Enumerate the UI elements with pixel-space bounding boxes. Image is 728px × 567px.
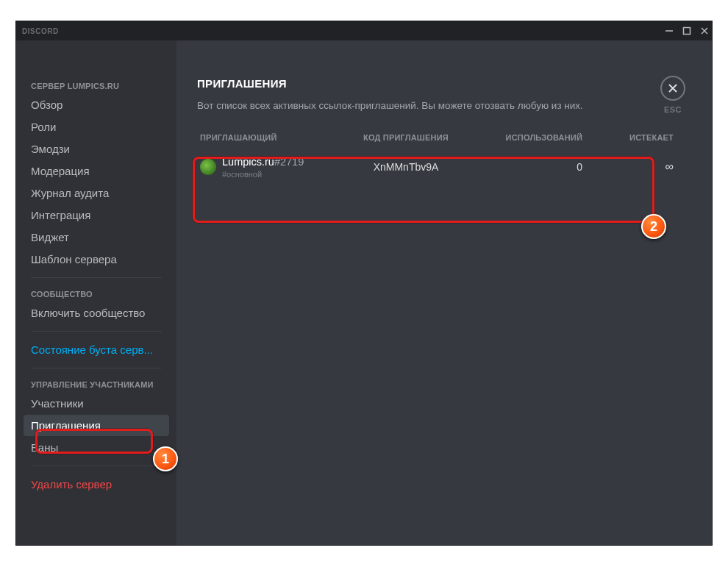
sidebar-item-enable-community[interactable]: Включить сообщество: [24, 302, 169, 324]
app-name: DISCORD: [22, 27, 59, 35]
sidebar-header-members: УПРАВЛЕНИЕ УЧАСТНИКАМИ: [24, 376, 169, 392]
sidebar-divider: [31, 331, 162, 332]
col-header-inviter: ПРИГЛАШАЮЩИЙ: [200, 133, 340, 142]
close-settings-button[interactable]: ESC: [660, 76, 685, 114]
sidebar-item-overview[interactable]: Обзор: [24, 94, 169, 115]
invite-row[interactable]: Lumpics.ru#2719 #основной XnMMnTbv9A 0 ∞: [197, 149, 682, 186]
window-buttons: [665, 21, 709, 40]
sidebar-item-audit-log[interactable]: Журнал аудита: [24, 182, 169, 204]
sidebar-item-integrations[interactable]: Интеграция: [24, 204, 169, 226]
svg-rect-1: [684, 28, 690, 35]
page-description: Вот список всех активных ссылок-приглаше…: [197, 100, 682, 111]
esc-label: ESC: [664, 105, 682, 114]
sidebar-divider: [31, 277, 162, 278]
invites-panel: ПРИГЛАШАЮЩИЙ КОД ПРИГЛАШЕНИЯ ИСПОЛЬЗОВАН…: [197, 129, 682, 186]
close-icon: [660, 76, 685, 101]
minimize-button[interactable]: [665, 26, 674, 35]
sidebar-item-delete-server[interactable]: Удалить сервер: [24, 474, 169, 495]
settings-sidebar: СЕРВЕР LUMPICS.RU Обзор Роли Эмодзи Моде…: [16, 40, 176, 545]
sidebar-item-boost-status[interactable]: Состояние буста серв...: [24, 339, 169, 360]
invite-code: XnMMnTbv9A: [340, 161, 472, 173]
sidebar-item-template[interactable]: Шаблон сервера: [24, 249, 169, 270]
invite-uses: 0: [472, 161, 582, 173]
settings-content: ESC ПРИГЛАШЕНИЯ Вот список всех активных…: [176, 40, 712, 545]
inviter-channel: #основной: [222, 170, 304, 179]
sidebar-divider: [31, 368, 162, 368]
invite-expires: ∞: [582, 160, 679, 174]
page-title: ПРИГЛАШЕНИЯ: [197, 77, 682, 90]
sidebar-item-invites[interactable]: Приглашения: [24, 415, 169, 436]
app-window: DISCORD СЕРВЕР LUMPICS.RU Обзор Роли Эмо…: [15, 21, 713, 546]
sidebar-header-community: СООБЩЕСТВО: [24, 285, 169, 302]
maximize-button[interactable]: [682, 26, 691, 35]
sidebar-item-moderation[interactable]: Модерация: [24, 160, 169, 182]
sidebar-item-roles[interactable]: Роли: [24, 116, 169, 138]
sidebar-header-server: СЕРВЕР LUMPICS.RU: [24, 77, 169, 93]
close-button[interactable]: [700, 26, 709, 35]
invites-table-header: ПРИГЛАШАЮЩИЙ КОД ПРИГЛАШЕНИЯ ИСПОЛЬЗОВАН…: [197, 129, 682, 149]
inviter-tag: #2719: [274, 156, 304, 168]
inviter-cell: Lumpics.ru#2719 #основной: [200, 155, 340, 179]
sidebar-item-emoji[interactable]: Эмодзи: [24, 138, 169, 160]
sidebar-divider: [31, 466, 162, 466]
titlebar: DISCORD: [16, 21, 712, 40]
col-header-uses: ИСПОЛЬЗОВАНИЙ: [472, 133, 582, 142]
col-header-code: КОД ПРИГЛАШЕНИЯ: [340, 133, 472, 142]
sidebar-item-bans[interactable]: Баны: [24, 437, 169, 458]
avatar: [200, 159, 216, 175]
sidebar-item-members[interactable]: Участники: [24, 393, 169, 414]
inviter-name: Lumpics.ru: [222, 156, 274, 168]
col-header-expires: ИСТЕКАЕТ: [582, 133, 679, 142]
sidebar-item-widget[interactable]: Виджет: [24, 227, 169, 248]
